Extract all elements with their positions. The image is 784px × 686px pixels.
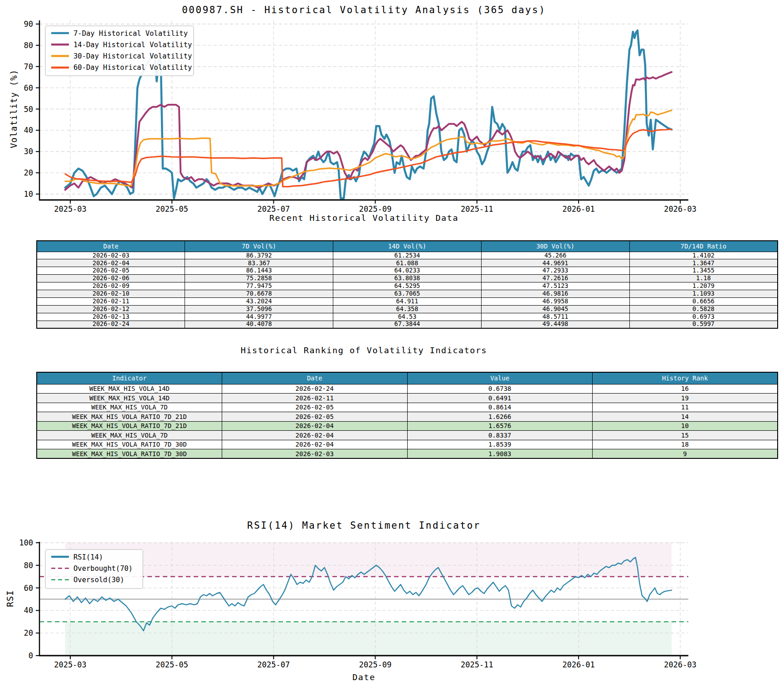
table-cell: 2026-02-04 bbox=[222, 431, 408, 440]
legend-label: 60-Day Historical Volatility bbox=[73, 63, 192, 72]
column-header: Date bbox=[222, 372, 408, 384]
table-cell: 1.6576 bbox=[407, 421, 593, 431]
table-cell: WEEK_MAX_HIS_VOLA_RATIO_7D_21D bbox=[37, 412, 222, 422]
table-cell: 2026-02-24 bbox=[37, 321, 185, 328]
x-tick-label: 2026-03 bbox=[664, 660, 696, 669]
y-tick-label: 70 bbox=[24, 62, 33, 71]
table-cell: 2026-02-12 bbox=[37, 305, 185, 313]
volatility-chart-title: 000987.SH - Historical Volatility Analys… bbox=[39, 5, 688, 15]
table-cell: 70.6678 bbox=[185, 290, 333, 297]
table-cell: 10 bbox=[593, 421, 778, 431]
y-tick-label: 50 bbox=[24, 105, 33, 114]
table-cell: 1.2079 bbox=[629, 282, 778, 290]
table-row: 2026-02-1344.997764.5348.57110.6973 bbox=[37, 313, 778, 321]
y-tick-label: 90 bbox=[24, 19, 33, 29]
table-cell: 1.3455 bbox=[629, 267, 778, 275]
table-row: 2026-02-1070.667863.706546.98161.1093 bbox=[37, 290, 778, 297]
table-cell: 67.3844 bbox=[333, 321, 482, 328]
table-cell: 49.4498 bbox=[481, 321, 629, 328]
table-cell: 44.9977 bbox=[185, 313, 333, 321]
x-tick-label: 2025-07 bbox=[258, 660, 290, 669]
table-cell: 0.5997 bbox=[629, 321, 778, 328]
y-tick-label: 100 bbox=[19, 538, 33, 547]
table-cell: 1.4102 bbox=[629, 252, 778, 259]
y-tick-label: 30 bbox=[24, 147, 33, 156]
y-tick-label: 60 bbox=[24, 83, 33, 92]
table-cell: 0.8614 bbox=[407, 403, 593, 412]
table-row: WEEK_MAX_HIS_VOLA_7D2026-02-050.861411 bbox=[37, 403, 778, 412]
x-tick-label: 2025-07 bbox=[258, 204, 290, 214]
table-cell: 61.2534 bbox=[333, 252, 482, 259]
table-cell: 2026-02-04 bbox=[37, 259, 185, 267]
table-cell: 86.3792 bbox=[185, 252, 333, 259]
table-cell: 37.5096 bbox=[185, 305, 333, 313]
table-row: WEEK_MAX_HIS_VOLA_14D2026-02-240.673816 bbox=[37, 384, 778, 394]
x-tick-label: 2025-03 bbox=[54, 204, 87, 214]
legend-label: RSI(14) bbox=[73, 553, 103, 561]
table-row: 2026-02-0675.285863.803847.26161.18 bbox=[37, 275, 778, 282]
table-cell: WEEK_MAX_HIS_VOLA_7D bbox=[37, 403, 222, 412]
table-cell: 2026-02-11 bbox=[37, 297, 185, 305]
table-cell: WEEK_MAX_HIS_VOLA_RATIO_7D_21D bbox=[37, 421, 222, 431]
ranking-table-title: Historical Ranking of Volatility Indicat… bbox=[39, 345, 688, 355]
table-cell: 47.2616 bbox=[481, 275, 629, 282]
table-cell: 2026-02-11 bbox=[222, 394, 408, 403]
table-cell: 64.5295 bbox=[333, 282, 482, 290]
x-tick-label: 2026-03 bbox=[664, 204, 696, 214]
table-cell: 0.6491 bbox=[407, 394, 593, 403]
table-cell: 40.4078 bbox=[185, 321, 333, 328]
table-cell: 2026-02-03 bbox=[37, 252, 185, 259]
x-tick-label: 2025-09 bbox=[359, 660, 392, 669]
column-header: 30D Vol(%) bbox=[481, 241, 629, 252]
table-cell: 0.6973 bbox=[629, 313, 778, 321]
table-cell: 2026-02-13 bbox=[37, 313, 185, 321]
table-cell: 47.2933 bbox=[481, 267, 629, 275]
y-tick-label: 80 bbox=[24, 41, 33, 50]
volatility-dashboard: 2025-032025-052025-072025-092025-112026-… bbox=[0, 0, 784, 686]
table-row: 2026-02-2440.407867.384449.44980.5997 bbox=[37, 321, 778, 328]
table-cell: 46.9958 bbox=[481, 297, 629, 305]
legend: 7-Day Historical Volatility14-Day Histor… bbox=[45, 26, 194, 76]
table-cell: 2026-02-04 bbox=[222, 421, 408, 431]
legend-label: 30-Day Historical Volatility bbox=[73, 52, 192, 60]
table-cell: 9 bbox=[593, 449, 778, 459]
table-cell: 75.2858 bbox=[185, 275, 333, 282]
table-cell: WEEK_MAX_HIS_VOLA_RATIO_7D_30D bbox=[37, 440, 222, 449]
table-cell: 45.266 bbox=[481, 252, 629, 259]
volatility-ylabel: Volatility (%) bbox=[9, 69, 19, 148]
table-cell: 14 bbox=[593, 412, 778, 422]
table-cell: 2026-02-03 bbox=[222, 449, 408, 459]
table-row: WEEK_MAX_HIS_VOLA_RATIO_7D_21D2026-02-05… bbox=[37, 412, 778, 422]
table-cell: 63.7065 bbox=[333, 290, 482, 297]
table-cell: 11 bbox=[593, 403, 778, 412]
legend: RSI(14)Overbought(70)Oversold(30) bbox=[45, 550, 143, 589]
table-row: 2026-02-0977.947564.529547.51231.2079 bbox=[37, 282, 778, 290]
table-cell: 64.358 bbox=[333, 305, 482, 313]
column-header: Value bbox=[407, 372, 593, 384]
table-cell: 2026-02-05 bbox=[222, 412, 408, 422]
x-tick-label: 2025-03 bbox=[54, 660, 87, 669]
x-tick-label: 2025-09 bbox=[359, 204, 392, 214]
y-tick-label: 40 bbox=[24, 606, 33, 615]
x-tick-label: 2025-05 bbox=[156, 204, 188, 214]
rsi-ylabel: RSI bbox=[5, 590, 15, 607]
table-row: WEEK_MAX_HIS_VOLA_14D2026-02-110.649119 bbox=[37, 394, 778, 403]
table-cell: 1.1093 bbox=[629, 290, 778, 297]
table-cell: 44.9691 bbox=[481, 259, 629, 267]
y-tick-label: 20 bbox=[24, 168, 33, 177]
table-row: WEEK_MAX_HIS_VOLA_7D2026-02-040.833715 bbox=[37, 431, 778, 440]
table-cell: 0.5828 bbox=[629, 305, 778, 313]
y-tick-label: 80 bbox=[24, 561, 33, 570]
y-tick-label: 20 bbox=[24, 628, 33, 637]
y-tick-label: 0 bbox=[29, 651, 33, 660]
table-cell: 2026-02-09 bbox=[37, 282, 185, 290]
rsi-xlabel: Date bbox=[39, 672, 688, 682]
column-header: 14D Vol(%) bbox=[333, 241, 482, 252]
legend-label: 14-Day Historical Volatility bbox=[73, 41, 192, 49]
table-cell: WEEK_MAX_HIS_VOLA_RATIO_7D_30D bbox=[37, 449, 222, 459]
table-cell: 46.9816 bbox=[481, 290, 629, 297]
x-tick-label: 2025-05 bbox=[156, 660, 188, 669]
y-tick-label: 60 bbox=[24, 584, 33, 593]
table-cell: 15 bbox=[593, 431, 778, 440]
table-cell: WEEK_MAX_HIS_VOLA_14D bbox=[37, 384, 222, 394]
